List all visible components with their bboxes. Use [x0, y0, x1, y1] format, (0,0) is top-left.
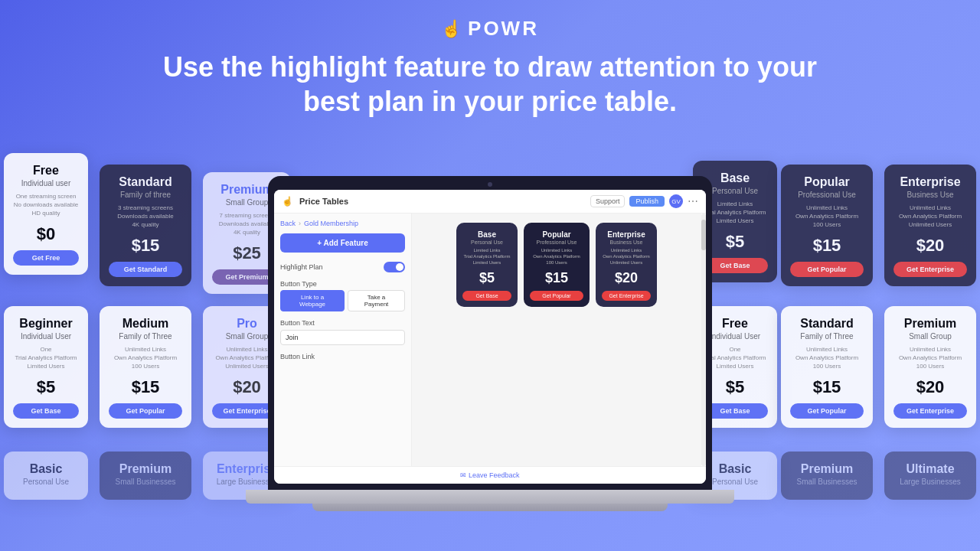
card-name: Popular	[790, 175, 864, 189]
app-scrollbar[interactable]	[701, 214, 706, 466]
logo: ☝ POWR	[0, 17, 980, 41]
button-link-row: Button Link	[280, 353, 405, 360]
card-standard-left: Standard Family of three 3 streaming scr…	[100, 165, 191, 286]
preview-card-popular: Popular Professional Use Unlimited Links…	[524, 223, 590, 307]
preview-card-price: $5	[462, 270, 511, 286]
button-text-input[interactable]	[280, 330, 405, 345]
card-btn[interactable]: Get Enterprise	[893, 403, 967, 419]
preview-cards-container: Base Personal Use Limited LinksTrial Ana…	[421, 223, 692, 307]
card-name: Medium	[109, 317, 182, 331]
preview-card-btn[interactable]: Get Base	[462, 291, 511, 301]
card-price: $0	[13, 224, 79, 244]
card-price: $20	[893, 377, 967, 397]
card-btn[interactable]: Get Popular	[790, 262, 864, 277]
card-desc: One streaming screenNo downloads availab…	[13, 192, 79, 218]
add-feature-button[interactable]: + Add Feature	[280, 233, 405, 253]
highlight-plan-label: Highlight Plan	[280, 262, 405, 272]
card-sub: Small Group	[893, 332, 967, 341]
logo-text: POWR	[468, 17, 539, 41]
card-btn[interactable]: Get Standard	[109, 262, 182, 277]
logo-icon: ☝	[441, 19, 462, 39]
card-sub: Individual user	[13, 179, 79, 187]
card-sub: Family of Three	[790, 332, 864, 341]
card-beginner: Beginner Individual User OneTrial Analyt…	[4, 306, 88, 428]
card-name: Free	[13, 164, 79, 178]
preview-card-base: Base Personal Use Limited LinksTrial Ana…	[456, 223, 518, 307]
card-btn[interactable]: Get Popular	[109, 403, 182, 419]
card-sub: Family of three	[109, 191, 182, 199]
preview-card-sub: Personal Use	[462, 240, 511, 245]
card-standard-right: Standard Family of Three Unlimited Links…	[781, 306, 873, 428]
app-actions: Support Publish GV ⋯	[590, 194, 698, 208]
preview-card-btn[interactable]: Get Enterprise	[602, 291, 651, 301]
app-body: Back › Gold Membership + Add Feature Hig…	[274, 214, 706, 466]
card-sub: Small Businesses	[790, 478, 864, 486]
support-button[interactable]: Support	[590, 195, 626, 207]
card-sub: Large Businesses	[893, 478, 967, 486]
button-link-label: Button Link	[280, 353, 405, 360]
link-webpage-option[interactable]: Link to a Webpage	[280, 290, 345, 311]
card-price: $15	[109, 377, 182, 397]
card-sub: Professional Use	[790, 191, 864, 199]
card-sub: Business Use	[893, 191, 967, 199]
card-name: Enterprise	[893, 175, 967, 189]
button-text-row: Button Text	[280, 319, 405, 345]
card-btn[interactable]: Get Enterprise	[893, 262, 967, 277]
breadcrumb: Back › Gold Membership	[280, 220, 405, 227]
card-sub: Individual User	[13, 332, 79, 341]
card-price: $20	[893, 236, 967, 256]
card-premium-bottom-left: Premium Small Businesses	[100, 452, 191, 500]
highlight-plan-row: Highlight Plan	[280, 262, 405, 272]
card-premium-right: Premium Small Group Unlimited LinksOwn A…	[884, 306, 976, 428]
card-price: $15	[790, 236, 864, 256]
preview-card-desc: Unlimited LinksOwn Analytics PlatformUnl…	[602, 248, 651, 266]
button-type-group: Link to a Webpage Take a Payment	[280, 290, 405, 311]
camera-dot	[488, 182, 492, 187]
card-popular-right: Popular Professional Use Unlimited Links…	[781, 165, 873, 286]
preview-card-price: $15	[530, 270, 583, 286]
headline: Use the highlight feature to draw attent…	[145, 50, 835, 119]
card-name: Premium	[790, 462, 864, 476]
card-name: Standard	[790, 317, 864, 331]
card-free-left: Free Individual user One streaming scree…	[4, 153, 88, 275]
card-btn[interactable]: Get Free	[13, 250, 79, 266]
publish-button[interactable]: Publish	[629, 196, 665, 207]
laptop-screen-outer: ☝ Price Tables Support Publish GV ⋯ Back…	[268, 176, 712, 490]
card-premium-bottom-right: Premium Small Businesses	[781, 452, 873, 500]
card-name: Basic	[13, 462, 79, 476]
preview-card-desc: Limited LinksTrial Analytics PlatformLim…	[462, 248, 511, 266]
preview-card-sub: Professional Use	[530, 240, 583, 245]
button-text-label: Button Text	[280, 319, 405, 327]
more-icon[interactable]: ⋯	[688, 195, 698, 207]
card-sub: Family of Three	[109, 332, 182, 341]
preview-card-btn[interactable]: Get Popular	[530, 291, 583, 301]
card-desc: Unlimited LinksOwn Analytics Platform100…	[790, 345, 864, 371]
take-payment-option[interactable]: Take a Payment	[348, 290, 405, 311]
card-btn[interactable]: Get Base	[13, 403, 79, 419]
app-main-preview: Base Personal Use Limited LinksTrial Ana…	[412, 214, 701, 466]
back-link[interactable]: Back	[280, 220, 296, 227]
preview-card-name: Base	[462, 230, 511, 239]
avatar: GV	[669, 194, 683, 208]
preview-card-sub: Business Use	[602, 240, 651, 245]
card-desc: Unlimited LinksOwn Analytics Platform100…	[790, 204, 864, 230]
laptop: ☝ Price Tables Support Publish GV ⋯ Back…	[268, 176, 712, 511]
button-type-label: Button Type	[280, 280, 405, 288]
card-price: $5	[13, 377, 79, 397]
card-price: $15	[790, 377, 864, 397]
card-price: $15	[109, 236, 182, 256]
laptop-screen: ☝ Price Tables Support Publish GV ⋯ Back…	[274, 190, 706, 484]
leave-feedback-link[interactable]: ✉ Leave Feedback	[460, 471, 519, 479]
card-name: Premium	[109, 462, 182, 476]
card-desc: OneTrial Analytics PlatformLimited Users	[13, 345, 79, 371]
highlight-toggle[interactable]	[384, 262, 405, 272]
card-name: Premium	[893, 317, 967, 331]
card-name: Beginner	[13, 317, 79, 331]
preview-card-name: Popular	[530, 230, 583, 239]
app-title: Price Tables	[299, 197, 584, 206]
app-titlebar: ☝ Price Tables Support Publish GV ⋯	[274, 190, 706, 214]
card-ultimate-bottom-right: Ultimate Large Businesses	[884, 452, 976, 500]
preview-card-enterprise: Enterprise Business Use Unlimited LinksO…	[596, 223, 657, 307]
card-btn[interactable]: Get Popular	[790, 403, 864, 419]
app-logo-icon: ☝	[282, 196, 293, 207]
